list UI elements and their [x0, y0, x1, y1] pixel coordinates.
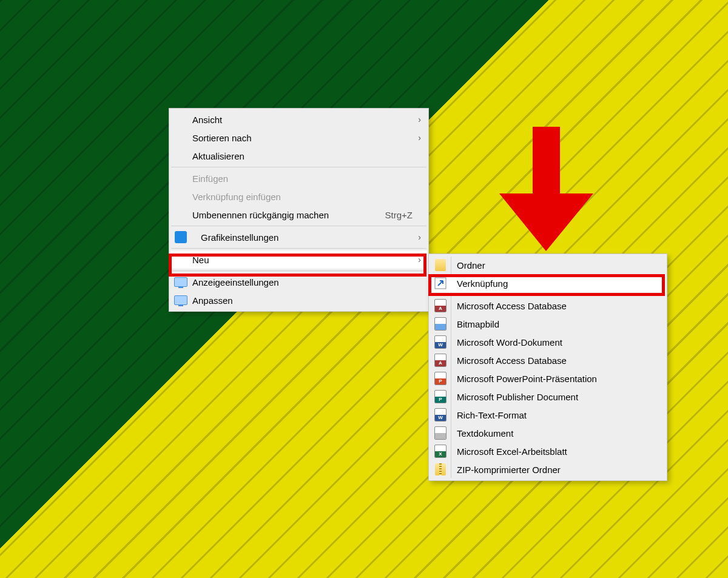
- menu-separator: [431, 294, 665, 295]
- submenu-item-label: Microsoft Access Database: [457, 301, 567, 311]
- submenu-item-label: Rich-Text-Format: [457, 410, 527, 420]
- submenu-item-label: Ordner: [457, 260, 485, 271]
- bitmap-file-icon: [434, 317, 447, 331]
- chevron-right-icon: ›: [418, 133, 421, 143]
- shortcut-icon: [434, 277, 447, 290]
- publisher-file-icon: P: [434, 390, 447, 403]
- submenu-item-folder[interactable]: Ordner: [430, 256, 666, 274]
- menu-item-label: Aktualisieren: [192, 151, 244, 161]
- submenu-item-access-db-2[interactable]: A Microsoft Access Database: [430, 351, 666, 369]
- submenu-item-label: Verknüpfung: [457, 278, 508, 289]
- menu-item-display-settings[interactable]: Anzeigeeinstellungen: [170, 273, 427, 291]
- submenu-item-word[interactable]: W Microsoft Word-Dokument: [430, 333, 666, 351]
- submenu-item-label: Textdokument: [457, 428, 513, 439]
- excel-file-icon: X: [434, 445, 447, 458]
- submenu-item-label: Microsoft Word-Dokument: [457, 337, 562, 348]
- access-file-icon: A: [434, 299, 447, 312]
- new-submenu: Ordner Verknüpfung A Microsoft Access Da…: [428, 254, 667, 481]
- intel-graphics-icon: [174, 230, 187, 244]
- zip-folder-icon: [434, 463, 447, 476]
- menu-item-label: Sortieren nach: [192, 133, 252, 143]
- submenu-item-label: Microsoft PowerPoint-Präsentation: [457, 374, 597, 384]
- submenu-item-bitmap[interactable]: Bitmapbild: [430, 315, 666, 333]
- powerpoint-file-icon: P: [434, 372, 447, 385]
- submenu-item-text[interactable]: Textdokument: [430, 424, 666, 442]
- menu-item-sort[interactable]: Sortieren nach ›: [170, 129, 427, 147]
- menu-item-graphics-settings[interactable]: Grafikeinstellungen ›: [170, 228, 427, 246]
- menu-separator: [171, 167, 426, 167]
- folder-icon: [434, 258, 447, 272]
- menu-item-label: Anpassen: [192, 295, 233, 306]
- menu-separator: [171, 248, 426, 249]
- menu-item-label: Verknüpfung einfügen: [192, 192, 281, 202]
- desktop-context-menu: Ansicht › Sortieren nach › Aktualisieren…: [169, 108, 429, 312]
- menu-item-label: Anzeigeeinstellungen: [192, 277, 279, 287]
- access-file-icon: A: [434, 354, 447, 367]
- menu-item-label: Grafikeinstellungen: [201, 232, 278, 243]
- menu-item-label: Neu: [192, 255, 209, 265]
- menu-item-personalize[interactable]: Anpassen: [170, 291, 427, 309]
- menu-item-shortcut: Strg+Z: [385, 210, 413, 220]
- menu-separator: [171, 226, 426, 226]
- chevron-right-icon: ›: [418, 255, 421, 264]
- menu-item-label: Umbenennen rückgängig machen: [192, 210, 329, 220]
- menu-item-refresh[interactable]: Aktualisieren: [170, 147, 427, 165]
- chevron-right-icon: ›: [418, 232, 421, 242]
- menu-item-undo-rename[interactable]: Umbenennen rückgängig machen Strg+Z: [170, 206, 427, 224]
- submenu-item-zip[interactable]: ZIP-komprimierter Ordner: [430, 460, 666, 479]
- submenu-item-shortcut[interactable]: Verknüpfung: [430, 274, 666, 292]
- menu-item-paste: Einfügen: [170, 169, 427, 187]
- rtf-file-icon: W: [434, 408, 447, 422]
- chevron-right-icon: ›: [418, 115, 421, 124]
- menu-item-paste-shortcut: Verknüpfung einfügen: [170, 187, 427, 206]
- submenu-item-rtf[interactable]: W Rich-Text-Format: [430, 406, 666, 424]
- menu-item-label: Einfügen: [192, 173, 228, 184]
- submenu-item-label: Bitmapbild: [457, 319, 499, 329]
- monitor-icon: [174, 275, 187, 289]
- submenu-item-label: ZIP-komprimierter Ordner: [457, 465, 561, 475]
- text-file-icon: [434, 426, 447, 440]
- submenu-item-publisher[interactable]: P Microsoft Publisher Document: [430, 388, 666, 406]
- submenu-item-label: Microsoft Access Database: [457, 355, 567, 366]
- submenu-item-label: Microsoft Excel-Arbeitsblatt: [457, 446, 567, 457]
- submenu-item-access-db[interactable]: A Microsoft Access Database: [430, 297, 666, 315]
- menu-item-new[interactable]: Neu ›: [170, 250, 427, 269]
- monitor-icon: [174, 294, 187, 307]
- submenu-item-powerpoint[interactable]: P Microsoft PowerPoint-Präsentation: [430, 369, 666, 388]
- menu-separator: [171, 271, 426, 271]
- menu-item-view[interactable]: Ansicht ›: [170, 110, 427, 129]
- word-file-icon: W: [434, 335, 447, 349]
- submenu-item-label: Microsoft Publisher Document: [457, 392, 578, 402]
- submenu-item-excel[interactable]: X Microsoft Excel-Arbeitsblatt: [430, 442, 666, 460]
- menu-item-label: Ansicht: [192, 115, 222, 125]
